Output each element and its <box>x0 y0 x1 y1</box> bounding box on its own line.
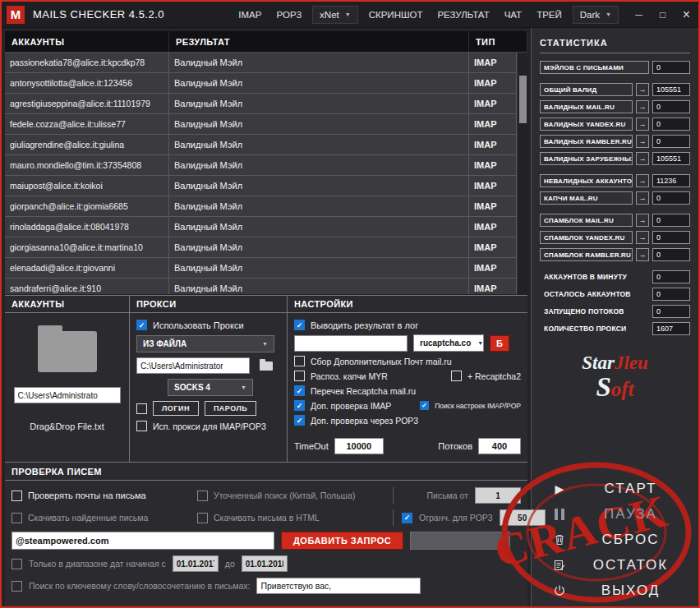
search-query-input[interactable] <box>12 532 274 550</box>
table-row[interactable]: elenadadi@alice.it:giovanni Валидный Мэй… <box>5 258 517 279</box>
date-from-input[interactable] <box>173 555 219 572</box>
table-row[interactable]: maiupost@alice.it:koikoi Валидный Мэйл I… <box>5 176 517 196</box>
proxy-auth-checkbox[interactable] <box>136 403 147 414</box>
export-arrow-button[interactable]: → <box>636 248 649 261</box>
table-row[interactable]: rinoladdaga@alice.it:08041978 Валидный М… <box>5 217 517 237</box>
balance-button[interactable]: Б <box>490 335 509 352</box>
download-html-checkbox[interactable] <box>197 513 208 523</box>
proxy-panel-title: ПРОКСИ <box>130 296 287 313</box>
imap-pop-search-checkbox[interactable]: ✓ <box>420 401 429 410</box>
letters-from-input[interactable] <box>475 487 521 504</box>
arrow-right-icon: → <box>639 251 647 259</box>
column-header-accounts[interactable]: АККАУНТЫ <box>5 31 169 53</box>
refined-search-checkbox[interactable] <box>197 491 208 501</box>
account-cell: giorpanch@alice.it:giomia6685 <box>5 196 169 217</box>
export-arrow-button[interactable]: → <box>636 152 649 165</box>
recognize-captcha-checkbox[interactable] <box>294 371 305 381</box>
table-row[interactable]: agrestigiuseppina@alice.it:11101979 Вали… <box>5 94 517 114</box>
table-row[interactable]: giorgiasanna10@alice.it:martina10 Валидн… <box>5 237 517 258</box>
sidebar: СТАТИСТИКА МЭЙЛОВ С ПИСЬМАМИ → 0 ОБЩИЙ В… <box>531 28 698 606</box>
password-button[interactable]: ПАРОЛЬ <box>205 401 256 416</box>
result-cell: Валидный Мэйл <box>169 114 469 135</box>
export-arrow-button[interactable]: → <box>636 231 649 244</box>
maximize-button[interactable]: □ <box>651 2 675 28</box>
collect-extra-mail-checkbox[interactable] <box>294 356 305 366</box>
browse-folder-button[interactable] <box>256 357 277 374</box>
date-to-input[interactable] <box>242 555 288 572</box>
recaptcha2-checkbox[interactable] <box>451 371 462 381</box>
app-logo: M <box>7 6 25 24</box>
export-arrow-button[interactable]: → <box>636 214 649 227</box>
proxy-for-imap-pop3-label: Исп. прокси для IMAP/POP3 <box>153 421 266 431</box>
stat-row: КОЛИЧЕСТВО ПРОКСИ → 1607 <box>540 322 690 335</box>
export-arrow-button[interactable]: → <box>636 135 649 148</box>
date-range-checkbox[interactable] <box>12 559 22 569</box>
scrollbar-thumb[interactable] <box>519 76 527 123</box>
keyword-search-checkbox[interactable] <box>12 581 22 592</box>
menu-tray[interactable]: ТРЕЙ <box>529 5 569 25</box>
remainder-button[interactable]: ОСТАТОК <box>532 552 698 578</box>
proxy-file-path-input[interactable] <box>136 357 250 374</box>
menu-chat[interactable]: ЧАТ <box>497 5 529 25</box>
stat-value: 0 <box>652 135 690 148</box>
download-found-checkbox[interactable] <box>12 513 22 523</box>
type-cell: IMAP <box>469 258 517 279</box>
stat-value: 0 <box>652 288 690 301</box>
keyword-input[interactable] <box>256 578 421 594</box>
table-row[interactable]: mauro.mondiello@tim.it:37354808 Валидный… <box>5 155 517 176</box>
menu-imap[interactable]: IMAP <box>231 5 269 25</box>
theme-dropdown[interactable]: Dark ▼ <box>573 6 619 24</box>
recaptcha2-label: + Recaptcha2 <box>467 371 521 381</box>
check-mail-checkbox[interactable] <box>12 491 22 501</box>
login-button[interactable]: ЛОГИН <box>153 401 199 416</box>
proxy-for-imap-pop3-checkbox[interactable] <box>136 421 147 431</box>
table-row[interactable]: passionekatia78@alice.it:kpcdkp78 Валидн… <box>5 53 517 73</box>
threads-input[interactable] <box>478 438 521 454</box>
minimize-button[interactable]: ─ <box>627 2 651 28</box>
xnet-dropdown[interactable]: xNet ▼ <box>312 6 358 24</box>
proxy-source-select[interactable]: ИЗ ФАЙЛА ▼ <box>136 335 274 352</box>
folder-icon[interactable] <box>38 331 97 372</box>
column-header-result[interactable]: РЕЗУЛЬТАТ <box>169 31 469 53</box>
log-output-checkbox[interactable]: ✓ <box>294 320 305 330</box>
table-row[interactable]: fedele.cozza@alice.it:ulisse77 Валидный … <box>5 114 517 135</box>
table-row[interactable]: giorpanch@alice.it:giomia6685 Валидный М… <box>5 196 517 217</box>
timeout-input[interactable] <box>334 438 384 454</box>
use-proxy-checkbox[interactable]: ✓ <box>136 320 147 330</box>
imap-extra-check-checkbox[interactable]: ✓ <box>294 400 305 411</box>
captcha-service-select[interactable]: rucaptcha.co ▼ <box>413 334 484 352</box>
proxy-type-select[interactable]: SOCKS 4 ▼ <box>168 379 253 396</box>
stat-label: ЗАПУЩЕНО ПОТОКОВ <box>540 305 649 318</box>
add-query-button[interactable]: ДОБАВИТЬ ЗАПРОС <box>281 532 403 550</box>
menu-pop3[interactable]: POP3 <box>269 5 309 25</box>
start-button[interactable]: ▶ СТАРТ <box>532 476 698 501</box>
stat-value: 105551 <box>652 83 690 96</box>
table-row[interactable]: giuliagrendine@alice.it:giulina Валидный… <box>5 135 517 155</box>
captcha-key-input[interactable] <box>294 335 408 352</box>
export-arrow-button[interactable]: → <box>636 100 649 113</box>
export-arrow-button[interactable]: → <box>636 174 649 187</box>
recheck-recaptcha-checkbox[interactable]: ✓ <box>294 385 305 396</box>
menu-screenshot[interactable]: СКРИНШОТ <box>362 5 431 25</box>
column-header-type[interactable]: ТИП <box>469 31 527 53</box>
window-controls: ─ □ × <box>627 2 698 28</box>
menu-result[interactable]: РЕЗУЛЬТАТ <box>430 5 496 25</box>
imap-pop-search-label: Поиск настроек IMAP/POP <box>435 402 521 410</box>
pop3-limit-checkbox[interactable]: ✓ <box>402 513 412 523</box>
table-scrollbar[interactable] <box>517 53 527 294</box>
accounts-file-path-input[interactable] <box>14 387 121 403</box>
result-cell: Валидный Мэйл <box>169 196 469 217</box>
export-arrow-button[interactable]: → <box>636 83 649 96</box>
exit-button[interactable]: ВЫХОД <box>532 578 698 603</box>
reset-button[interactable]: СБРОС <box>532 527 698 552</box>
export-arrow-button[interactable]: → <box>636 117 649 131</box>
table-row[interactable]: sandraferri@alice.it:910 Валидный Мэйл I… <box>5 279 517 294</box>
pop3-extra-check-checkbox[interactable]: ✓ <box>294 415 305 426</box>
stat-value: 0 <box>652 191 690 205</box>
account-cell: giuliagrendine@alice.it:giulina <box>5 135 169 155</box>
close-button[interactable]: × <box>675 2 698 28</box>
table-row[interactable]: antonysottilotta@alice.it:123456 Валидны… <box>5 73 517 94</box>
pause-button[interactable]: ПАУЗА <box>532 501 698 527</box>
export-arrow-button[interactable]: → <box>636 191 649 205</box>
stat-row: СПАМБЛОК YANDEX.RU → 0 <box>540 231 690 244</box>
